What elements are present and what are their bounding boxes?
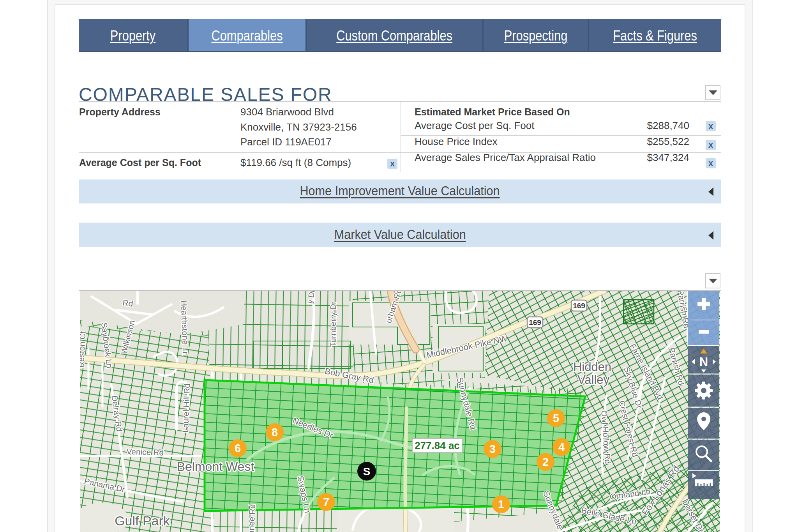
svg-text:Turnberry Dr: Turnberry Dr bbox=[328, 301, 337, 347]
svg-text:Hidden: Hidden bbox=[573, 360, 611, 374]
svg-text:7: 7 bbox=[323, 496, 329, 508]
svg-text:Valley: Valley bbox=[577, 373, 610, 387]
svg-text:2: 2 bbox=[542, 456, 549, 468]
svg-text:Venice Rd: Venice Rd bbox=[126, 447, 164, 457]
svg-text:S: S bbox=[363, 465, 371, 477]
svg-text:1: 1 bbox=[498, 498, 504, 511]
svg-text:169: 169 bbox=[573, 302, 585, 310]
svg-text:Belmont West: Belmont West bbox=[177, 460, 254, 474]
svg-text:annee Rd: annee Rd bbox=[246, 504, 256, 532]
svg-text:4: 4 bbox=[558, 441, 565, 453]
svg-text:3: 3 bbox=[489, 443, 496, 455]
svg-text:169: 169 bbox=[529, 318, 541, 327]
svg-text:Laurel Hill Rd: Laurel Hill Rd bbox=[181, 383, 191, 433]
svg-text:277.84 ac: 277.84 ac bbox=[415, 440, 460, 451]
svg-text:8: 8 bbox=[272, 426, 278, 438]
svg-text:Gulf Park: Gulf Park bbox=[115, 513, 170, 528]
svg-text:N: N bbox=[699, 355, 708, 369]
svg-text:6: 6 bbox=[235, 442, 241, 454]
svg-text:Rd: Rd bbox=[122, 298, 134, 308]
svg-text:5: 5 bbox=[553, 412, 559, 424]
